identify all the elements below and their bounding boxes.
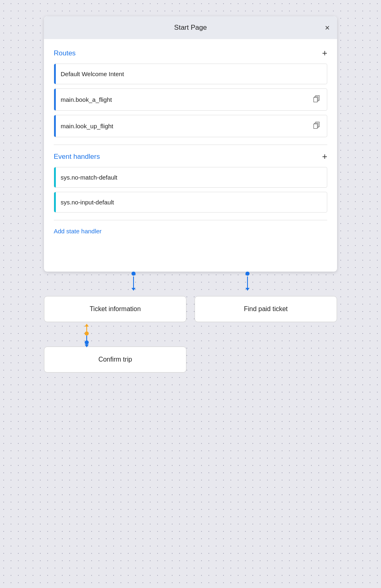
bottom-cards-row: Ticket information Find paid ticket (44, 296, 337, 322)
panel-title: Start Page (174, 24, 207, 32)
section-divider (54, 145, 327, 145)
confirm-card-row: Confirm trip (44, 347, 337, 373)
right-connector-dot (245, 272, 250, 276)
left-arrow-head (131, 288, 136, 291)
routes-title: Routes (54, 49, 76, 57)
confirm-trip-card[interactable]: Confirm trip (44, 347, 186, 373)
panel-header: Start Page × (44, 16, 337, 39)
left-arrow-down (131, 276, 136, 291)
top-connectors-row (44, 272, 337, 296)
event-item-no-input[interactable]: sys.no-input-default (54, 192, 327, 213)
find-paid-ticket-card[interactable]: Find paid ticket (195, 296, 337, 322)
section-divider-2 (54, 220, 327, 220)
orange-line-up (86, 327, 87, 331)
confirm-connector (85, 322, 89, 347)
confirm-connector-row (44, 322, 337, 347)
route-label: main.book_a_flight (54, 96, 112, 103)
doc-icon: 🗍 (313, 122, 320, 130)
panel-spacer (54, 235, 327, 259)
route-item-book-flight[interactable]: main.book_a_flight 🗍 (54, 88, 327, 111)
route-label: Default Welcome Intent (54, 70, 124, 77)
right-arrow-head (245, 288, 250, 291)
event-label: sys.no-match-default (54, 174, 117, 181)
route-label: main.look_up_flight (54, 123, 113, 129)
add-event-handler-button[interactable]: + (322, 152, 327, 161)
right-connector (245, 272, 250, 291)
routes-section-header: Routes + (54, 49, 327, 58)
event-handlers-section-header: Event handlers + (54, 152, 327, 161)
doc-icon: 🗍 (313, 95, 320, 104)
right-arrow-line (247, 276, 248, 288)
close-button[interactable]: × (325, 24, 330, 32)
left-arrow-line (133, 276, 134, 288)
event-item-no-match[interactable]: sys.no-match-default (54, 167, 327, 188)
main-panel: Start Page × Routes + Default Welcome In… (44, 16, 337, 272)
left-connector (131, 272, 136, 291)
blue-arrowhead-down (85, 344, 89, 347)
orange-dot (85, 331, 89, 336)
panel-body: Routes + Default Welcome Intent main.boo… (44, 39, 337, 272)
event-label: sys.no-input-default (54, 199, 114, 206)
blue-dot (85, 340, 89, 344)
add-state-handler-button[interactable]: Add state handler (54, 228, 102, 235)
left-connector-dot (131, 272, 136, 276)
route-item-default-welcome[interactable]: Default Welcome Intent (54, 64, 327, 84)
blue-line-down (86, 336, 87, 340)
ticket-information-card[interactable]: Ticket information (44, 296, 186, 322)
route-item-look-up-flight[interactable]: main.look_up_flight 🗍 (54, 115, 327, 137)
event-handlers-title: Event handlers (54, 153, 100, 161)
orange-up-connector (85, 324, 89, 347)
orange-arrowhead-up (85, 324, 89, 327)
add-route-button[interactable]: + (322, 49, 327, 58)
right-arrow-down (245, 276, 250, 291)
